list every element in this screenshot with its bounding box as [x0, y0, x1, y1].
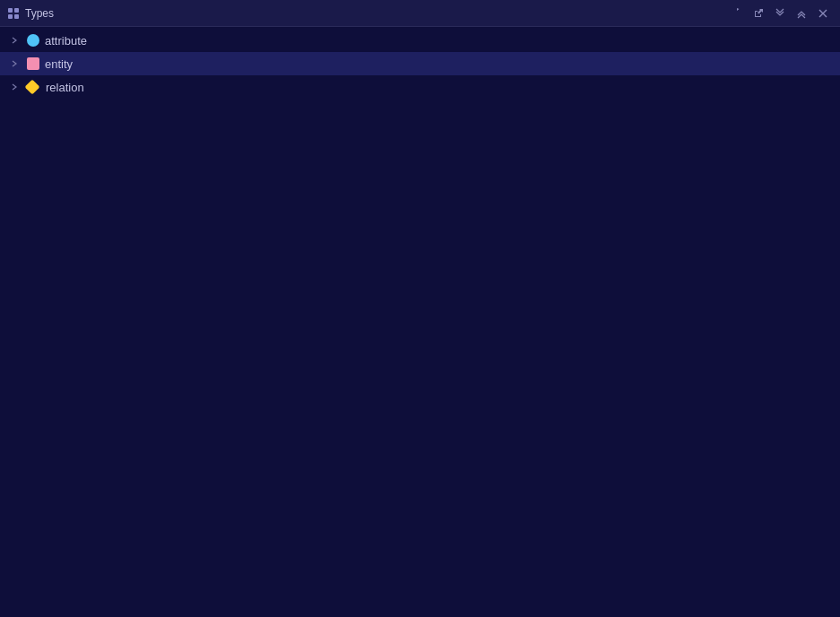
chevron-icon-attribute: [7, 33, 22, 48]
relation-type-icon: [25, 80, 40, 95]
tree-container: attribute entity relation: [0, 27, 840, 100]
entity-label: entity: [45, 57, 73, 71]
collapse-all-button[interactable]: [770, 4, 790, 23]
external-link-button[interactable]: [749, 4, 768, 23]
title-bar-actions: [727, 4, 833, 23]
svg-rect-0: [8, 8, 13, 13]
expand-all-button[interactable]: [792, 4, 811, 23]
attribute-label: attribute: [45, 34, 87, 48]
tree-item-entity[interactable]: entity: [0, 52, 840, 75]
chevron-icon-relation: [7, 80, 22, 94]
refresh-button[interactable]: [727, 4, 747, 23]
tree-item-relation[interactable]: relation: [0, 75, 840, 99]
title-bar: Types: [0, 0, 840, 27]
svg-rect-3: [14, 14, 19, 19]
relation-label: relation: [46, 81, 84, 94]
close-button[interactable]: [813, 4, 833, 23]
attribute-type-icon: [27, 34, 39, 47]
tree-item-attribute[interactable]: attribute: [0, 29, 840, 52]
title-bar-left: Types: [7, 7, 54, 20]
title-bar-title: Types: [25, 7, 54, 20]
svg-rect-1: [14, 8, 19, 13]
types-panel-icon: [7, 7, 20, 20]
chevron-icon-entity: [7, 56, 22, 71]
entity-type-icon: [27, 57, 39, 70]
svg-rect-2: [8, 14, 13, 19]
